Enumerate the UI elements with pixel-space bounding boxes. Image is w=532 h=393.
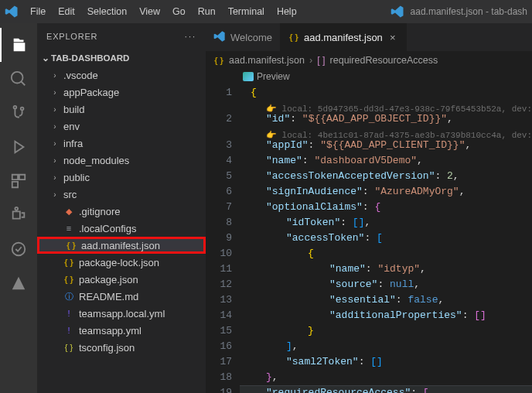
folder-src[interactable]: ›src — [37, 186, 206, 203]
activity-debug[interactable] — [0, 130, 37, 164]
chevron-right-icon: › — [309, 55, 312, 66]
editor-area: Welcome { } aad.manifest.json × { } aad.… — [206, 23, 532, 393]
menu-go[interactable]: Go — [167, 6, 191, 17]
breadcrumb-node[interactable]: requiredResourceAccess — [330, 55, 438, 66]
activity-testing[interactable] — [0, 232, 37, 266]
chevron-right-icon: › — [51, 122, 59, 131]
tab-label: Welcome — [230, 32, 272, 43]
explorer-sidebar: EXPLORER ··· ⌄ TAB-DASHBOARD ›.vscode›ap… — [37, 23, 206, 393]
chevron-down-icon: ⌄ — [40, 53, 51, 63]
chevron-right-icon: › — [51, 190, 59, 199]
chevron-right-icon: › — [51, 156, 59, 165]
file-.localConfigs[interactable]: ≡.localConfigs — [37, 220, 206, 237]
menu-help[interactable]: Help — [271, 6, 302, 17]
file-package-lock.json[interactable]: { }package-lock.json — [37, 254, 206, 271]
json-icon: { } — [213, 55, 224, 66]
json-icon: { } — [63, 257, 74, 268]
menu-edit[interactable]: Edit — [53, 6, 80, 17]
chevron-right-icon: › — [51, 88, 59, 97]
excl-icon: ! — [63, 325, 74, 336]
json-icon: { } — [66, 240, 77, 251]
menu-terminal[interactable]: Terminal — [223, 6, 270, 17]
breadcrumb-file[interactable]: aad.manifest.json — [229, 55, 305, 66]
folder-env[interactable]: ›env — [37, 118, 206, 135]
info-icon: ⓘ — [63, 291, 74, 302]
file-tree: ›.vscode›appPackage›build›env›infra›node… — [37, 67, 206, 356]
vscode-icon — [213, 30, 226, 45]
list-icon: ≡ — [63, 223, 74, 234]
activity-search[interactable] — [0, 62, 37, 96]
folder-appPackage[interactable]: ›appPackage — [37, 84, 206, 101]
svg-point-0 — [12, 243, 26, 256]
file-README.md[interactable]: ⓘREADME.md — [37, 288, 206, 305]
chevron-right-icon: › — [51, 71, 59, 80]
breadcrumbs[interactable]: { } aad.manifest.json › [ ] requiredReso… — [206, 51, 532, 70]
menu-view[interactable]: View — [134, 6, 165, 17]
array-icon: [ ] — [317, 55, 325, 66]
ts-icon: { } — [63, 342, 74, 353]
vscode-icon — [5, 5, 19, 19]
json-icon: { } — [288, 32, 299, 43]
activity-teams[interactable] — [0, 198, 37, 232]
menu-selection[interactable]: Selection — [82, 6, 132, 17]
close-icon[interactable]: × — [387, 32, 398, 43]
excl-icon: ! — [63, 308, 74, 319]
explorer-title: EXPLORER ··· — [37, 23, 206, 50]
folder-public[interactable]: ›public — [37, 169, 206, 186]
line-gutter: 12345678910111213141516171819 — [206, 84, 240, 393]
file-aad.manifest.json[interactable]: { }aad.manifest.json — [37, 237, 206, 254]
file-teamsapp.local.yml[interactable]: !teamsapp.local.yml — [37, 305, 206, 322]
file-.gitignore[interactable]: ◆.gitignore — [37, 203, 206, 220]
folder-node_modules[interactable]: ›node_modules — [37, 152, 206, 169]
json-icon: { } — [63, 274, 74, 285]
vscode-icon — [390, 5, 404, 19]
file-teamsapp.yml[interactable]: !teamsapp.yml — [37, 322, 206, 339]
tab-label: aad.manifest.json — [304, 32, 383, 43]
file-package.json[interactable]: { }package.json — [37, 271, 206, 288]
code-lines[interactable]: {👉 local: 5d947365-dd3d-47e3-938c-79f654… — [240, 84, 532, 393]
explorer-section[interactable]: ⌄ TAB-DASHBOARD — [37, 50, 206, 67]
tab-aad-manifest[interactable]: { } aad.manifest.json × — [281, 23, 407, 51]
tab-welcome[interactable]: Welcome — [206, 23, 281, 51]
activity-explorer[interactable] — [0, 28, 37, 62]
editor-tabs: Welcome { } aad.manifest.json × — [206, 23, 532, 51]
titlebar: File Edit Selection View Go Run Terminal… — [0, 0, 532, 23]
activity-bar — [0, 23, 37, 393]
activity-azure[interactable] — [0, 266, 37, 300]
folder-build[interactable]: ›build — [37, 101, 206, 118]
activity-scm[interactable] — [0, 96, 37, 130]
folder-.vscode[interactable]: ›.vscode — [37, 67, 206, 84]
code-editor[interactable]: 12345678910111213141516171819 {👉 local: … — [206, 84, 532, 393]
file-tsconfig.json[interactable]: { }tsconfig.json — [37, 339, 206, 356]
preview-button[interactable]: Preview — [257, 71, 290, 82]
folder-infra[interactable]: ›infra — [37, 135, 206, 152]
explorer-more-icon[interactable]: ··· — [185, 32, 196, 41]
preview-icon — [243, 72, 254, 81]
chevron-right-icon: › — [51, 139, 59, 148]
section-label: TAB-DASHBOARD — [51, 53, 129, 63]
chevron-right-icon: › — [51, 173, 59, 182]
menu-file[interactable]: File — [25, 6, 51, 17]
chevron-right-icon: › — [51, 105, 59, 114]
activity-extensions[interactable] — [0, 164, 37, 198]
menu-run[interactable]: Run — [193, 6, 221, 17]
git-icon: ◆ — [63, 206, 74, 217]
window-title: aad.manifest.json - tab-dash — [411, 6, 527, 17]
